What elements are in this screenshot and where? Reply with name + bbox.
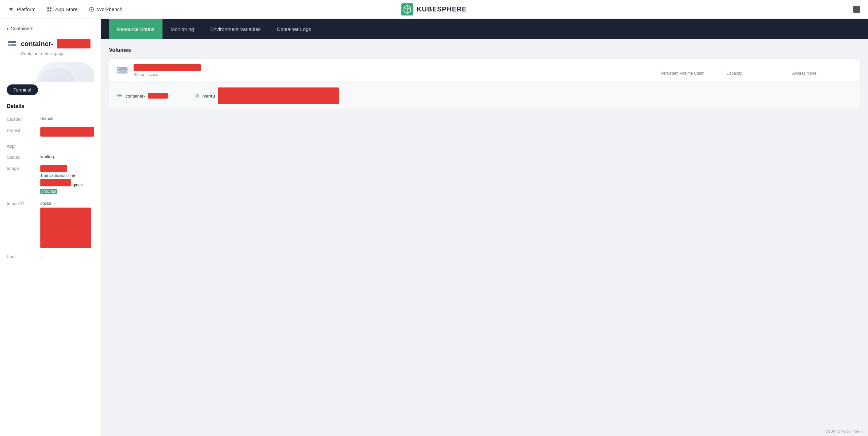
platform-label: Platform (17, 6, 36, 12)
details-section: Details Cluster: default Project: App: -… (7, 103, 94, 259)
sidebar: ‹ Containers container- Container detail… (0, 19, 101, 436)
pvc-label: Persistent Volume Claim (660, 71, 721, 76)
app-value: - (40, 143, 42, 148)
volume-pvc-col: - Persistent Volume Claim (660, 66, 721, 76)
mount-path-cell: ⚙ /var/ru (195, 88, 853, 104)
tab-monitoring[interactable]: Monitoring (162, 19, 202, 39)
svg-rect-5 (9, 42, 11, 42)
details-heading: Details (7, 103, 94, 109)
image-text-line2: prod/api (40, 189, 57, 194)
svg-rect-3 (8, 41, 16, 43)
back-label: Containers (10, 26, 33, 31)
access-mode-label: Access mode (792, 71, 853, 76)
container-name-redacted (148, 93, 168, 99)
tab-container-logs[interactable]: Container Logs (269, 19, 319, 39)
svg-rect-4 (8, 44, 16, 46)
container-name-cell: container- (116, 93, 190, 99)
image-redacted-top (40, 165, 67, 172)
back-link[interactable]: ‹ Containers (7, 26, 94, 32)
platform-icon (8, 6, 14, 12)
appstore-nav-item[interactable]: App Store (46, 6, 78, 12)
container-header: container- (7, 38, 94, 49)
workbench-icon (89, 6, 95, 12)
access-mode-value: - (792, 66, 853, 71)
appstore-icon (46, 6, 53, 12)
workbench-nav-item[interactable]: Workbench (89, 6, 123, 12)
app-label: App: (7, 143, 40, 149)
nav-left: Platform App Store Workbench (8, 6, 122, 12)
gear-icon: ⚙ (195, 93, 200, 99)
svg-point-1 (91, 9, 92, 10)
container-name-title: container- (21, 40, 54, 48)
volume-detail-row: container- ⚙ /var/ru (109, 83, 860, 109)
watermark: CSDN @Martin_Yalvin (825, 429, 863, 433)
svg-rect-13 (117, 95, 118, 96)
container-cell-icon (116, 93, 123, 99)
cluster-label: Cluster: (7, 116, 40, 122)
main-layout: ‹ Containers container- Container detail… (0, 19, 868, 436)
detail-image: Image: 1.amazonaws.com/ iq/non prod/api (7, 165, 94, 195)
appstore-label: App Store (55, 6, 78, 12)
cluster-value: default (40, 116, 54, 121)
detail-status: Status: waiting (7, 154, 94, 160)
svg-rect-9 (117, 68, 119, 69)
mount-path-redacted (218, 88, 339, 104)
logo-area: KUBESPHERE (401, 3, 467, 15)
volume-header-row: Storage class: - - Persistent Volume Cla… (109, 59, 860, 83)
container-subtitle: Container details page. (7, 51, 94, 56)
volume-storage-icon (116, 65, 128, 77)
sidebar-decoration (7, 62, 94, 82)
imageid-value: docke (40, 200, 91, 248)
imageid-text1: docke (40, 201, 51, 206)
container-name-redacted (57, 39, 91, 49)
detail-project: Project: (7, 127, 94, 137)
volumes-card: Storage class: - - Persistent Volume Cla… (109, 59, 860, 109)
workbench-label: Workbench (97, 6, 123, 12)
image-redacted-mid (40, 179, 71, 186)
tab-environment-variables[interactable]: Environment Variables (202, 19, 269, 39)
content-body: Volumes Storag (101, 39, 868, 436)
svg-rect-11 (117, 71, 119, 72)
capacity-label: Capacity (726, 71, 787, 76)
volume-name-block: Storage class: - (133, 64, 655, 77)
pvc-value: - (660, 66, 721, 71)
svg-rect-6 (9, 44, 11, 45)
kubesphere-logo-text: KUBESPHERE (417, 5, 467, 13)
container-header-icon (7, 38, 18, 49)
status-label: Status: (7, 154, 40, 160)
nav-right (853, 6, 860, 13)
content-area: Resource Status Monitoring Environment V… (101, 19, 868, 436)
port-label: Port: (7, 253, 40, 259)
capacity-value: - (726, 66, 787, 71)
detail-app: App: - (7, 143, 94, 149)
imageid-redacted (40, 208, 91, 248)
image-text-line1: 1.amazonaws.com/ iq/non (40, 173, 83, 187)
project-value (40, 127, 94, 137)
kubesphere-logo-icon (401, 3, 413, 15)
container-prefix-text: container- (125, 94, 145, 99)
volumes-title: Volumes (109, 47, 860, 53)
project-redacted (40, 127, 94, 136)
image-value: 1.amazonaws.com/ iq/non prod/api (40, 165, 94, 195)
back-arrow-icon: ‹ (7, 26, 8, 32)
cloud-shape-large (37, 62, 94, 82)
volume-storage-class: Storage class: - (133, 72, 655, 77)
detail-cluster: Cluster: default (7, 116, 94, 122)
volume-name-redacted (133, 64, 201, 71)
volume-access-mode-col: - Access mode (792, 66, 853, 76)
tab-resource-status[interactable]: Resource Status (109, 19, 162, 39)
tabs-bar: Resource Status Monitoring Environment V… (101, 19, 868, 39)
detail-port: Port: - (7, 253, 94, 259)
volume-capacity-col: - Capacity (726, 66, 787, 76)
port-value: - (40, 253, 42, 258)
nav-right-icon (853, 6, 860, 13)
status-value: waiting (40, 154, 54, 159)
project-label: Project: (7, 127, 40, 133)
mount-path-prefix: /var/ru (203, 94, 215, 99)
top-navigation: Platform App Store Workbench (0, 0, 868, 19)
image-label: Image: (7, 165, 40, 171)
imageid-label: Image ID: (7, 200, 40, 206)
platform-nav-item[interactable]: Platform (8, 6, 36, 12)
detail-imageid: Image ID: docke (7, 200, 94, 248)
terminal-button[interactable]: Terminal (7, 85, 38, 95)
